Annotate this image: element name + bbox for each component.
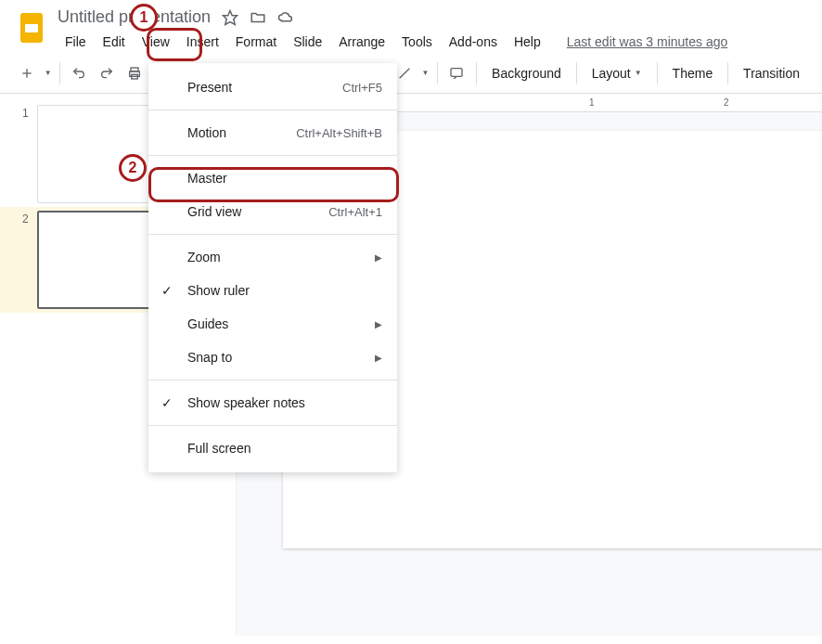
menu-label: Full screen	[187, 441, 250, 456]
last-edit-link[interactable]: Last edit was 3 minutes ago	[567, 34, 728, 49]
menu-edit[interactable]: Edit	[96, 31, 133, 53]
menu-zoom[interactable]: Zoom ▶	[148, 240, 397, 274]
menu-help[interactable]: Help	[507, 31, 548, 53]
check-icon: ✓	[161, 283, 173, 298]
menu-format[interactable]: Format	[228, 31, 284, 53]
menu-show-ruler[interactable]: ✓ Show ruler	[148, 274, 397, 307]
menu-master[interactable]: Master	[148, 161, 397, 195]
submenu-arrow-icon: ▶	[375, 353, 382, 363]
menu-present[interactable]: Present Ctrl+F5	[148, 71, 397, 104]
annotation-marker-2: 2	[119, 154, 147, 182]
annotation-number: 1	[140, 9, 148, 26]
svg-rect-1	[25, 24, 38, 32]
menu-arrange[interactable]: Arrange	[331, 31, 392, 53]
menubar: File Edit View Insert Format Slide Arran…	[58, 31, 807, 53]
ruler-tick: 1	[589, 97, 595, 108]
menu-shortcut: Ctrl+Alt+1	[328, 205, 382, 219]
menu-guides[interactable]: Guides ▶	[148, 307, 397, 341]
menu-label: Present	[187, 80, 232, 95]
menu-divider	[148, 155, 397, 156]
menu-shortcut: Ctrl+F5	[342, 81, 382, 95]
view-dropdown-menu: Present Ctrl+F5 Motion Ctrl+Alt+Shift+B …	[148, 63, 397, 472]
annotation-number: 2	[129, 160, 137, 176]
menu-label: Grid view	[187, 204, 241, 219]
move-folder-icon[interactable]	[250, 9, 266, 26]
submenu-arrow-icon: ▶	[375, 319, 382, 329]
undo-button[interactable]	[68, 60, 92, 86]
layout-label: Layout	[592, 66, 631, 81]
check-icon: ✓	[161, 395, 173, 410]
menu-view[interactable]: View	[135, 31, 177, 53]
print-button[interactable]	[122, 60, 147, 86]
menu-label: Guides	[187, 316, 228, 331]
separator	[657, 62, 658, 84]
menu-tools[interactable]: Tools	[394, 31, 440, 53]
annotation-marker-1: 1	[130, 4, 158, 32]
background-button[interactable]: Background	[484, 62, 569, 84]
redo-button[interactable]	[95, 60, 119, 86]
menu-label: Master	[187, 171, 227, 186]
ruler-tick: 2	[724, 97, 729, 108]
menu-shortcut: Ctrl+Alt+Shift+B	[296, 126, 382, 140]
menu-label: Show speaker notes	[187, 395, 305, 410]
slide-number: 1	[22, 105, 37, 203]
line-tool-dropdown-icon[interactable]: ▼	[422, 69, 430, 77]
svg-rect-9	[451, 68, 462, 76]
separator	[576, 62, 577, 84]
comment-button[interactable]	[444, 60, 469, 86]
menu-divider	[148, 425, 397, 426]
svg-line-8	[399, 68, 409, 78]
theme-button[interactable]: Theme	[665, 62, 721, 84]
app-header: Untitled presentation File Edit View Ins…	[0, 0, 822, 53]
new-slide-dropdown-icon[interactable]: ▼	[45, 69, 52, 77]
submenu-arrow-icon: ▶	[375, 252, 382, 263]
menu-label: Show ruler	[187, 283, 250, 298]
menu-speaker-notes[interactable]: ✓ Show speaker notes	[148, 386, 397, 419]
chevron-down-icon: ▼	[635, 69, 642, 77]
svg-marker-2	[224, 10, 238, 24]
menu-motion[interactable]: Motion Ctrl+Alt+Shift+B	[148, 116, 397, 149]
menu-full-screen[interactable]: Full screen	[148, 431, 397, 465]
menu-slide[interactable]: Slide	[286, 31, 329, 53]
menu-grid-view[interactable]: Grid view Ctrl+Alt+1	[148, 195, 397, 228]
layout-button[interactable]: Layout ▼	[584, 62, 649, 84]
menu-label: Zoom	[187, 250, 221, 264]
menu-snap-to[interactable]: Snap to ▶	[148, 341, 397, 374]
slides-logo[interactable]	[15, 11, 48, 45]
menu-addons[interactable]: Add-ons	[442, 31, 505, 53]
menu-label: Snap to	[187, 350, 232, 365]
separator	[437, 62, 438, 84]
menu-divider	[148, 109, 397, 110]
star-icon[interactable]	[222, 9, 238, 26]
menu-divider	[148, 380, 397, 380]
toolbar: ▼ ▼ Background Layout ▼ Theme Transition	[0, 53, 822, 94]
menu-insert[interactable]: Insert	[179, 31, 226, 53]
menu-file[interactable]: File	[58, 31, 94, 53]
cloud-status-icon[interactable]	[277, 9, 294, 26]
new-slide-button[interactable]	[15, 60, 39, 86]
slide-number: 2	[22, 211, 37, 309]
menu-label: Motion	[187, 125, 226, 140]
menu-divider	[148, 234, 397, 235]
separator	[59, 62, 60, 84]
transition-button[interactable]: Transition	[736, 62, 807, 84]
separator	[476, 62, 477, 84]
separator	[727, 62, 728, 84]
